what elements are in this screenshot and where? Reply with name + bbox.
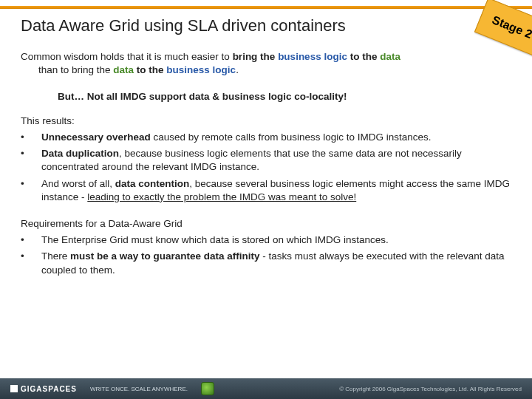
list-item-text: And worst of all, data contention, becau…	[41, 177, 511, 204]
list-item-text: Data duplication, because business logic…	[41, 147, 511, 174]
list-item-text: The Enterprise Grid must know which data…	[41, 233, 511, 247]
req2-bold: must be a way to guarantee data affinity	[70, 250, 260, 262]
li-post: caused by remote calls from business log…	[151, 132, 432, 143]
results-intro: This results:	[21, 115, 511, 128]
slide-title: Data Aware Grid using SLA driven contain…	[21, 16, 346, 35]
brand-text: GIGASPACES	[21, 385, 77, 393]
requirements-title: Requirements for a Data-Aware Grid	[21, 217, 511, 231]
p1-text2: than to bring the	[38, 64, 113, 75]
list-item: • The Enterprise Grid must know which da…	[21, 233, 511, 247]
p1-data: data	[380, 51, 400, 62]
li-bold: Data duplication	[41, 148, 119, 159]
list-item: • Unnecessary overhead caused by remote …	[21, 131, 511, 144]
but-line: But… Not all IMDG support data & busines…	[58, 90, 511, 103]
p1-business-logic: business logic	[278, 51, 347, 62]
list-item-text: There must be a way to guarantee data af…	[41, 250, 511, 276]
bullet-glyph: •	[21, 233, 41, 247]
footer-copyright: © Copyright 2006 GigaSpaces Technologies…	[339, 386, 522, 392]
li-pre: And worst of all,	[41, 178, 115, 189]
p1-bold1: bring the	[233, 51, 279, 62]
p1-line2: than to bring the data to the business l…	[21, 64, 511, 77]
intro-paragraph: Common wisdom holds that it is much easi…	[21, 50, 511, 77]
list-item: • There must be a way to guarantee data …	[21, 250, 511, 276]
p1-business-logic2: business logic	[166, 64, 236, 75]
p1-data2: data	[113, 64, 134, 75]
p1-bold3: to the	[134, 64, 166, 75]
top-rule	[0, 6, 532, 9]
list-item: • Data duplication, because business log…	[21, 147, 511, 174]
footer-tagline: WRITE ONCE. SCALE ANYWHERE.	[90, 386, 188, 392]
logo-icon	[10, 385, 18, 392]
bullet-glyph: •	[21, 250, 41, 276]
req2-a: There	[41, 250, 70, 262]
bullet-glyph: •	[21, 147, 41, 174]
li-bold: data contention	[115, 178, 190, 189]
p1-text: Common wisdom holds that it is much easi…	[21, 51, 233, 62]
li-underline: leading to exactly the problem the IMDG …	[87, 191, 356, 202]
slide: Data Aware Grid using SLA driven contain…	[0, 0, 532, 399]
footer: GIGASPACES WRITE ONCE. SCALE ANYWHERE. ©…	[0, 378, 532, 399]
requirements-list: • The Enterprise Grid must know which da…	[21, 233, 511, 277]
bullet-glyph: •	[21, 131, 41, 144]
body: Common wisdom holds that it is much easi…	[21, 50, 511, 290]
opengrid-logo-icon	[201, 382, 214, 395]
brand-logo: GIGASPACES	[10, 385, 77, 393]
bullet-glyph: •	[21, 177, 41, 204]
list-item-text: Unnecessary overhead caused by remote ca…	[41, 131, 511, 144]
p1-bold2: to the	[347, 51, 380, 62]
p1-period: .	[236, 64, 239, 75]
results-list: • Unnecessary overhead caused by remote …	[21, 131, 511, 204]
list-item: • And worst of all, data contention, bec…	[21, 177, 511, 204]
li-bold: Unnecessary overhead	[41, 132, 151, 143]
